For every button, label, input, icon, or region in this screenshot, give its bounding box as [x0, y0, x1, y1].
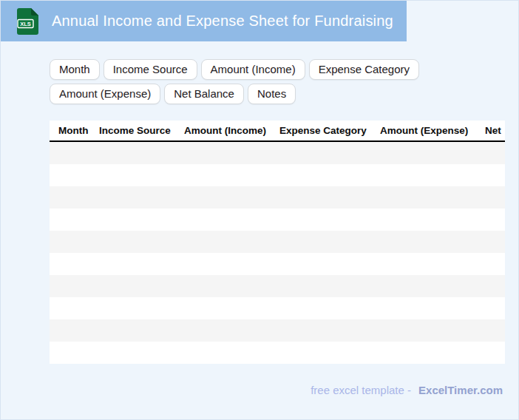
- table-row: [50, 275, 505, 297]
- table-row: [50, 209, 505, 231]
- footer-brand-link[interactable]: ExcelTimer.com: [418, 384, 503, 396]
- col-header-expense-category: Expense Category: [279, 125, 380, 136]
- col-header-amount-income: Amount (Income): [184, 125, 279, 136]
- chip-net-balance[interactable]: Net Balance: [164, 84, 244, 104]
- footer-text: free excel template -: [311, 384, 411, 396]
- col-header-income-source: Income Source: [99, 125, 184, 136]
- chip-income-source[interactable]: Income Source: [104, 59, 197, 80]
- table-row: [50, 231, 505, 253]
- table-row: [50, 297, 505, 319]
- table-row: [50, 142, 505, 164]
- spreadsheet-preview: Month Income Source Amount (Income) Expe…: [50, 121, 505, 364]
- table-row: [50, 342, 505, 364]
- chip-notes[interactable]: Notes: [248, 84, 296, 104]
- footer-credit: free excel template -ExcelTimer.com: [311, 384, 503, 396]
- svg-text:XLS: XLS: [20, 20, 31, 27]
- chip-expense-category[interactable]: Expense Category: [309, 59, 419, 80]
- table-header-row: Month Income Source Amount (Income) Expe…: [50, 121, 505, 142]
- chip-month[interactable]: Month: [50, 59, 100, 80]
- chip-amount-income[interactable]: Amount (Income): [201, 59, 305, 80]
- table-row: [50, 319, 505, 342]
- chip-amount-expense[interactable]: Amount (Expense): [50, 84, 160, 104]
- col-header-amount-expense: Amount (Expense): [380, 125, 485, 136]
- table-body: [50, 142, 505, 364]
- template-preview-page: XLS Annual Income and Expense Sheet for …: [0, 0, 519, 420]
- xls-file-icon: XLS: [16, 7, 39, 35]
- table-row: [50, 164, 505, 186]
- col-header-month: Month: [50, 125, 99, 136]
- table-row: [50, 186, 505, 209]
- tag-chips: Month Income Source Amount (Income) Expe…: [50, 59, 517, 104]
- title-bar: XLS Annual Income and Expense Sheet for …: [1, 1, 407, 41]
- page-title: Annual Income and Expense Sheet for Fund…: [52, 13, 393, 30]
- col-header-net: Net: [485, 125, 505, 136]
- table-row: [50, 253, 505, 275]
